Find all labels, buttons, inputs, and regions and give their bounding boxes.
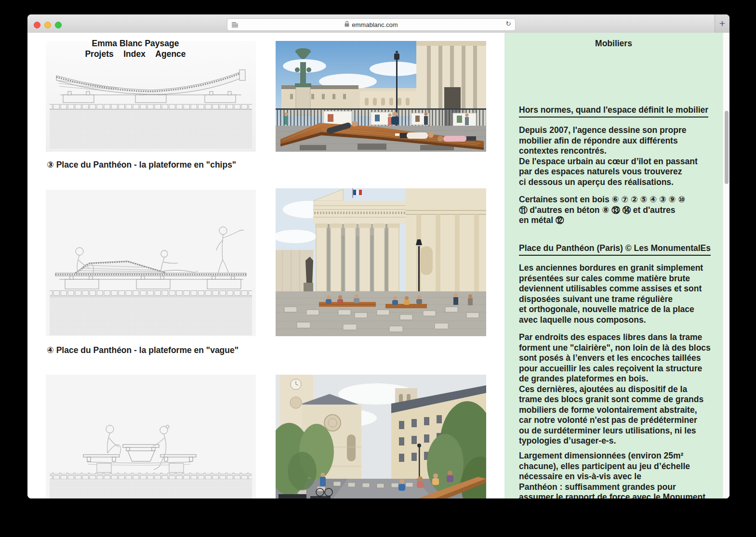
nav-projets[interactable]: Projets (85, 49, 113, 59)
site-nav: Projets Index Agence (30, 49, 240, 59)
window-controls (34, 22, 62, 28)
paragraph-dimensions: Largement dimensionnées (environ 25m² ch… (519, 451, 716, 498)
nav-agence[interactable]: Agence (155, 49, 186, 59)
page-content: Emma Blanc Paysage Projets Index Agence (27, 33, 729, 498)
section-drawing-vague (46, 190, 256, 336)
paragraph-intro: Depuis 2007, l'agence dessine son propre… (519, 125, 716, 187)
paragraph-bordures: Les anciennes bordures en granit simplem… (519, 263, 716, 325)
paragraph-materials: Certaines sont en bois ⑥ ⑦ ② ⑤ ④ ③ ⑨ ⑩ ⑪… (519, 195, 716, 226)
page-scrollbar[interactable] (723, 33, 729, 498)
url-text: emmablanc.com (352, 21, 398, 28)
browser-window: emmablanc.com ↻ + Emma Blanc Paysage Pro… (27, 14, 729, 498)
photo-chips-platform (276, 41, 486, 152)
minimize-button[interactable] (44, 22, 51, 28)
site-title-link[interactable]: Emma Blanc Paysage (30, 39, 240, 49)
paragraph-clairiere: Par endroits des espaces libres dans la … (519, 332, 716, 446)
reload-icon[interactable]: ↻ (505, 20, 511, 27)
caption-vague: ④ Place du Panthéon - la plateforme en "… (47, 345, 239, 355)
site-header: Emma Blanc Paysage Projets Index Agence (30, 39, 240, 59)
browser-chrome: emmablanc.com ↻ + (27, 14, 729, 33)
zoom-button[interactable] (55, 22, 62, 28)
lock-icon (345, 20, 349, 29)
mobiliers-panel: Mobiliers Hors normes, quand l'espace dé… (504, 33, 723, 498)
photo-pantheon-colonnade (276, 188, 486, 336)
photo-street-tables (276, 375, 486, 498)
scrollbar-thumb[interactable] (725, 111, 729, 184)
panel-title: Mobiliers (504, 39, 723, 49)
reader-lines-icon[interactable] (231, 21, 239, 30)
new-tab-button[interactable]: + (715, 14, 729, 33)
caption-chips: ③ Place du Panthéon - la plateforme en "… (47, 160, 236, 170)
nav-index[interactable]: Index (123, 49, 146, 59)
address-bar[interactable]: emmablanc.com ↻ (227, 18, 516, 31)
close-button[interactable] (34, 22, 40, 28)
section-drawing-table-benches (46, 375, 256, 498)
heading-hors-normes: Hors normes, quand l'espace définit le m… (519, 105, 708, 118)
heading-place-pantheon: Place du Panthéon (Paris) © Les Monument… (519, 243, 711, 256)
